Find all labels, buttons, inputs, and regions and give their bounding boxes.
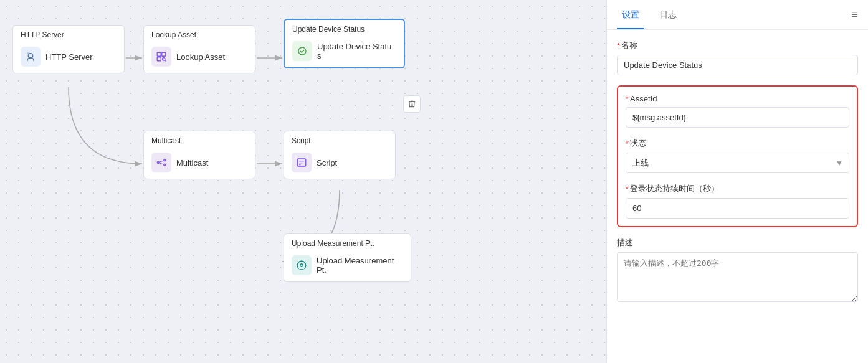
svg-line-16 <box>159 163 164 164</box>
node-multicast-icon <box>151 153 171 172</box>
tab-settings[interactable]: 设置 <box>617 1 644 29</box>
duration-required-star: * <box>626 184 629 194</box>
svg-rect-6 <box>157 52 161 56</box>
node-update-device-status[interactable]: Update Device Status Update Device Statu… <box>284 19 405 68</box>
panel-tab-bar: 设置 日志 ≡ <box>607 0 868 30</box>
node-http-server-label: HTTP Server <box>45 52 93 62</box>
field-group-name: * 名称 <box>617 40 858 75</box>
assetid-input[interactable] <box>626 107 849 128</box>
node-multicast-title: Multicast <box>144 131 255 148</box>
node-http-server-icon <box>21 47 41 67</box>
tab-log[interactable]: 日志 <box>654 1 682 29</box>
field-group-description: 描述 <box>617 237 858 304</box>
description-label: 描述 <box>617 237 858 248</box>
assetid-required-star: * <box>626 94 629 103</box>
panel-menu-icon[interactable]: ≡ <box>851 8 858 21</box>
field-group-duration: * 登录状态持续时间（秒） <box>626 183 849 219</box>
node-multicast-label: Multicast <box>176 158 208 167</box>
svg-point-20 <box>300 264 303 267</box>
flow-canvas[interactable]: HTTP Server HTTP Server Lookup Asset Loo… <box>0 0 606 363</box>
svg-point-14 <box>164 164 166 166</box>
svg-rect-17 <box>297 159 306 166</box>
status-select-wrapper: 上线 下线 ▼ <box>626 153 849 173</box>
field-group-status: * 状态 上线 下线 ▼ <box>626 138 849 173</box>
delete-node-button[interactable] <box>403 95 421 113</box>
node-update-device-status-label: Update Device Status <box>317 42 391 60</box>
svg-point-13 <box>164 159 166 161</box>
node-lookup-asset-icon <box>151 47 171 67</box>
panel-content-area: * 名称 * AssetId * 状态 <box>607 30 868 363</box>
svg-point-12 <box>157 162 159 164</box>
svg-rect-7 <box>162 52 166 56</box>
node-update-device-status-icon <box>292 41 312 61</box>
description-textarea[interactable] <box>617 252 858 302</box>
node-script-label: Script <box>317 158 337 167</box>
node-upload-measurement-title: Upload Measurement Pt. <box>284 234 411 250</box>
svg-line-15 <box>159 161 164 162</box>
svg-point-9 <box>163 58 166 61</box>
node-script-icon <box>292 153 312 172</box>
duration-input[interactable] <box>626 198 849 219</box>
node-script[interactable]: Script Script <box>284 131 396 179</box>
node-upload-measurement-label: Upload Measurement Pt. <box>317 256 403 275</box>
svg-point-11 <box>298 47 306 55</box>
name-input[interactable] <box>617 55 858 75</box>
node-update-device-status-title: Update Device Status <box>285 20 404 36</box>
node-lookup-asset[interactable]: Lookup Asset Lookup Asset <box>143 25 255 73</box>
highlighted-fields-section: * AssetId * 状态 上线 下线 ▼ <box>617 85 858 227</box>
node-lookup-asset-label: Lookup Asset <box>176 52 225 62</box>
node-multicast[interactable]: Multicast Multicast <box>143 131 255 179</box>
duration-label: * 登录状态持续时间（秒） <box>626 183 849 194</box>
svg-rect-5 <box>27 52 30 54</box>
status-required-star: * <box>626 139 629 148</box>
settings-panel: 设置 日志 ≡ * 名称 * AssetId <box>606 0 868 363</box>
node-lookup-asset-title: Lookup Asset <box>144 26 255 42</box>
assetid-label: * AssetId <box>626 94 849 103</box>
node-upload-measurement[interactable]: Upload Measurement Pt. Upload Measuremen… <box>284 233 411 282</box>
name-required-star: * <box>617 41 620 50</box>
status-label: * 状态 <box>626 138 849 149</box>
svg-rect-8 <box>157 57 161 61</box>
node-http-server-title: HTTP Server <box>13 26 124 42</box>
svg-line-10 <box>165 60 166 62</box>
node-script-title: Script <box>284 131 395 148</box>
field-group-assetid: * AssetId <box>626 94 849 128</box>
status-select[interactable]: 上线 下线 <box>626 153 849 173</box>
name-label: * 名称 <box>617 40 858 51</box>
node-upload-measurement-icon <box>292 255 312 275</box>
node-http-server[interactable]: HTTP Server HTTP Server <box>12 25 125 73</box>
